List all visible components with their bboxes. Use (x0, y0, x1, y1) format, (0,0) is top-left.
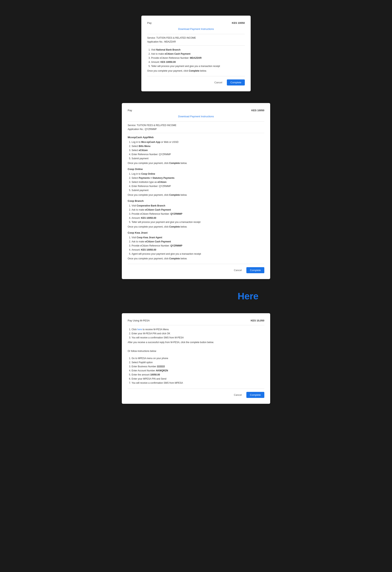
card3-pay-label: Pay Using M-PESA (128, 319, 150, 322)
card3-quick-steps: Click here to receive M-PESA Menu Enter … (128, 328, 264, 339)
card3-ms-step-5: Enter the amount 10050.00 (131, 373, 264, 377)
card1-step-4: Amount: KES 10050.00 (151, 60, 245, 64)
card3-ms-step-2: Select Paybill option (131, 361, 264, 364)
card1-download-section: Download Payment Instructions (147, 28, 245, 31)
card1-header: Pay KES 10050 (147, 21, 245, 24)
card-national-bank: Pay KES 10050 Download Payment Instructi… (141, 16, 251, 91)
card1-pay-label: Pay (147, 21, 151, 24)
card2-coop-jirani-title: Coop Kwa Jirani (128, 231, 264, 234)
card2-complete-button[interactable]: Complete (246, 267, 264, 273)
card3-ms-step-1: Go to MPESA menu on your phone (131, 357, 264, 360)
card-coop-bank: Pay KES 10050 Download Payment Instructi… (122, 103, 270, 279)
card2-header: Pay KES 10050 (128, 109, 264, 112)
card1-complete-note: Once you complete your payment, click Co… (147, 69, 245, 72)
card3-ms-step-3: Enter Business Number 222222 (131, 365, 264, 368)
card2-cj-step-3: Provide eCitizen Reference Number: QYZRM… (131, 244, 264, 247)
card3-ms-step-4: Enter Account Number AKWQRZN (131, 369, 264, 372)
card2-coop-jirani-list: Visit Coop Kwa Jirani Agent Ask to make … (128, 236, 264, 256)
here-label: Here (122, 291, 270, 302)
card2-cj-step-5: Agent will process your payment and give… (131, 252, 264, 256)
card2-mco-step-5: Submit payment (131, 157, 264, 160)
card2-mco-title: McoopCash App/Web (128, 136, 264, 139)
page-wrapper: Pay KES 10050 Download Payment Instructi… (0, 8, 392, 412)
card2-download-section: Download Payment Instructions (128, 115, 264, 118)
card2-cancel-button[interactable]: Cancel (231, 268, 244, 273)
card2-coop-online-list: Log in to Coop Online Select Payments > … (128, 172, 264, 192)
card2-mco-step-4: Enter Reference Number: QYZRMMP (131, 153, 264, 156)
card1-step-1: Visit National Bank Branch (151, 48, 245, 51)
card1-download-link[interactable]: Download Payment Instructions (178, 28, 214, 31)
card1-step-3: Provide eCitizen Reference Number: MDAZD… (151, 56, 245, 60)
card3-footer: Cancel Complete (128, 389, 264, 398)
card1-service: Service: TUITION FEES & RELATED INCOME (147, 36, 245, 39)
card3-header: Pay Using M-PESA KES 10,050 (128, 319, 264, 322)
card2-divider1 (128, 121, 264, 122)
card3-ms-step-6: Enter your MPESA PIN and Send (131, 377, 264, 381)
card2-mco-note: Once you complete your payment, click Co… (128, 162, 264, 164)
card1-cancel-button[interactable]: Cancel (212, 80, 225, 85)
card2-coop-branch-list: Visit Cooperative Bank Branch Ask to mak… (128, 204, 264, 224)
card1-instructions-list: Visit National Bank Branch Ask to make e… (147, 48, 245, 68)
card2-application: Application No.: QYZRMMP (128, 128, 264, 130)
card2-cj-step-4: Amount: KES 10050.00 (131, 248, 264, 252)
card3-divider1 (128, 325, 264, 325)
card2-cj-step-1: Visit Coop Kwa Jirani Agent (131, 236, 264, 239)
card2-mco-step-2: Select Bills Menu (131, 144, 264, 148)
card1-step-2: Ask to make eCitizen Cash Payment (151, 52, 245, 56)
card2-cb-step-3: Provide eCitizen Reference Number: QYZRM… (131, 212, 264, 216)
card3-quick-step-3: You will receive a confirmation SMS from… (131, 336, 264, 339)
card2-download-link[interactable]: Download Payment Instructions (178, 115, 214, 118)
card2-mco-step-3: Select eCitizen (131, 148, 264, 152)
card1-application: Application No.: MDAZDXR (147, 40, 245, 43)
card2-cb-step-1: Visit Cooperative Bank Branch (131, 204, 264, 207)
card3-complete-button[interactable]: Complete (246, 392, 264, 398)
card3-manual-steps: Go to MPESA menu on your phone Select Pa… (128, 357, 264, 385)
card1-complete-button[interactable]: Complete (227, 79, 245, 85)
card2-co-step-1: Log in to Coop Online (131, 172, 264, 176)
card1-divider2 (147, 46, 245, 46)
card2-cj-step-2: Ask to make eCitizen Cash Payment (131, 240, 264, 243)
card2-mco-step-1: Log in to Mco-opCash App or Web or USSD (131, 140, 264, 144)
card2-divider2 (128, 133, 264, 133)
card3-ms-step-7: You will receive a confirmation SMS from… (131, 381, 264, 385)
card2-co-step-3: Select institution type as eCitizen (131, 180, 264, 184)
card1-step-5: Teller will process your payment and giv… (151, 64, 245, 68)
card3-or-follow: Or follow instructions below (128, 350, 264, 352)
card3-quick-step-2: Enter your M-PESA PIN and click OK (131, 332, 264, 335)
card3-amount: KES 10,050 (251, 319, 264, 322)
card2-co-step-2: Select Payments > Statutory Payments (131, 176, 264, 180)
card1-amount: KES 10050 (232, 21, 245, 24)
card2-coop-online-title: Coop Online (128, 168, 264, 171)
card2-co-step-5: Submit payment (131, 189, 264, 192)
card2-amount: KES 10050 (251, 109, 264, 112)
card2-service: Service: TUITION FEES & RELATED INCOME (128, 124, 264, 127)
card1-divider1 (147, 34, 245, 34)
card2-pay-label: Pay (128, 109, 132, 112)
card2-cb-step-5: Teller will process your payment and giv… (131, 220, 264, 224)
card2-cb-step-2: Ask to make eCitizen Cash Payment (131, 208, 264, 212)
card2-co-step-4: Enter Reference Number: QYZRMMP (131, 184, 264, 188)
card-mpesa: Pay Using M-PESA KES 10,050 Click here t… (122, 313, 270, 404)
card2-coop-online-note: Once you complete your payment, click Co… (128, 194, 264, 196)
card2-mco-list: Log in to Mco-opCash App or Web or USSD … (128, 140, 264, 160)
card3-quick-step-1: Click here to receive M-PESA Menu (131, 328, 264, 331)
card2-cb-step-4: Amount: KES 10050.00 (131, 216, 264, 220)
card3-cancel-button[interactable]: Cancel (231, 392, 244, 397)
here-link[interactable]: here (137, 328, 142, 331)
card1-footer: Cancel Complete (147, 76, 245, 85)
card2-footer: Cancel Complete (128, 264, 264, 273)
card2-coop-branch-title: Coop Branch (128, 199, 264, 202)
card3-after-note: After you receive a successful reply fro… (128, 341, 264, 344)
card2-coop-jirani-note: Once you complete your payment, click Co… (128, 257, 264, 260)
card2-coop-branch-note: Once you complete your payment, click Co… (128, 225, 264, 228)
